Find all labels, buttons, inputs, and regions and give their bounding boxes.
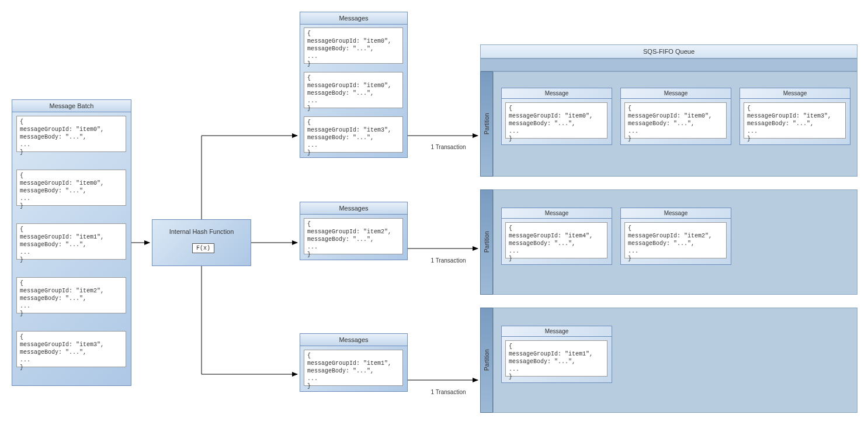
hash-function-box: Internal Hash Function F(x) (152, 219, 251, 266)
p0-msg-0-title: Message (502, 88, 612, 99)
p2-msg-0-title: Message (502, 326, 612, 337)
batch-msg-2: { messageGroupId: "item1", messageBody: … (16, 223, 126, 260)
batch-msg-0: { messageGroupId: "item0", messageBody: … (16, 116, 126, 152)
batch-msg-1: { messageGroupId: "item0", messageBody: … (16, 170, 126, 206)
batch-msg-4: { messageGroupId: "item3", messageBody: … (16, 331, 126, 367)
txn-2: 1 Transaction (421, 389, 476, 395)
partition-2-label: Partition (480, 308, 493, 413)
msg-g1-0: { messageGroupId: "item2", messageBody: … (304, 218, 403, 254)
txn-1: 1 Transaction (421, 257, 476, 264)
p1-msg-1-body: { messageGroupId: "item2", messageBody: … (624, 222, 727, 258)
messages-group-2-title: Messages (300, 334, 407, 346)
hash-function-title: Internal Hash Function (152, 228, 251, 235)
p0-msg-0-body: { messageGroupId: "item0", messageBody: … (505, 102, 607, 139)
p1-msg-0-title: Message (502, 208, 612, 219)
partition-0-label: Partition (480, 71, 493, 177)
msg-g0-0: { messageGroupId: "item0", messageBody: … (304, 27, 403, 64)
hash-fx: F(x) (192, 243, 214, 253)
p2-msg-0-body: { messageGroupId: "item1", messageBody: … (505, 340, 607, 377)
partition-1-label: Partition (480, 189, 493, 295)
messages-group-0-title: Messages (300, 12, 407, 25)
message-batch-title: Message Batch (12, 100, 131, 112)
p1-msg-0-body: { messageGroupId: "item4", messageBody: … (505, 222, 607, 258)
msg-g0-1: { messageGroupId: "item0", messageBody: … (304, 72, 403, 108)
queue-spacer (480, 58, 857, 71)
msg-g0-2: { messageGroupId: "item3", messageBody: … (304, 116, 403, 153)
p0-msg-2-title: Message (740, 88, 850, 99)
p1-msg-1-title: Message (621, 208, 731, 219)
messages-group-1-title: Messages (300, 202, 407, 215)
queue-title-bar: SQS-FIFO Queue (480, 44, 857, 58)
p0-msg-2-body: { messageGroupId: "item3", messageBody: … (744, 102, 846, 139)
msg-g2-0: { messageGroupId: "item1", messageBody: … (304, 350, 403, 386)
p0-msg-1-body: { messageGroupId: "item0", messageBody: … (624, 102, 727, 139)
txn-0: 1 Transaction (421, 144, 476, 150)
p0-msg-1-title: Message (621, 88, 731, 99)
batch-msg-3: { messageGroupId: "item2", messageBody: … (16, 277, 126, 313)
queue-title: SQS-FIFO Queue (643, 48, 695, 55)
